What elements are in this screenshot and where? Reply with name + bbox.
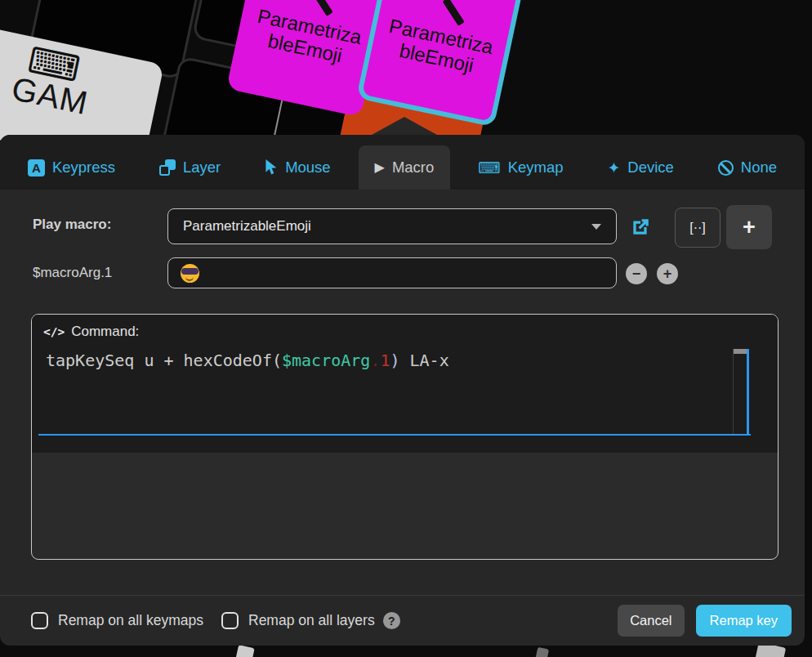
macro-arguments-button[interactable]: [··] [675,208,721,248]
remap-all-keymaps-checkbox[interactable] [31,612,48,629]
key-label: GAM [8,70,91,123]
tab-keymap[interactable]: ⌨ Keymap [462,145,579,190]
keyboard-icon: ⌨ [478,160,500,176]
cancel-button[interactable]: Cancel [618,605,684,637]
dialog-pointer [372,117,437,135]
tab-device[interactable]: ✦ Device [591,145,689,190]
keypress-icon: A [28,159,45,177]
macro-select-value: ParametrizableEmoji [183,218,311,235]
external-link-icon [630,217,653,238]
layers-icon [159,159,176,176]
key-label: Parametriza bleEmoji [382,16,495,80]
sunglasses-emoji [181,264,199,283]
macro-arg-input[interactable] [167,257,617,288]
tab-keypress[interactable]: A Keypress [11,145,132,190]
key-label: Parametriza bleEmoji [251,6,364,70]
key-fragment [234,645,254,657]
tab-bar: A Keypress Layer Mouse ▶ Macro ⌨ Keymap … [0,135,805,190]
command-header: </> Command: [43,324,139,340]
remap-key-button[interactable]: Remap key [696,605,792,637]
chevron-down-icon [591,224,601,230]
macro-select[interactable]: ParametrizableEmoji [167,208,617,244]
tab-layer[interactable]: Layer [143,145,237,190]
mouse-cursor-icon [265,159,278,176]
tab-mouse[interactable]: Mouse [248,145,347,190]
open-macro-button[interactable] [630,216,653,239]
remap-dialog: A Keypress Layer Mouse ▶ Macro ⌨ Keymap … [0,135,805,646]
help-icon[interactable]: ? [383,612,400,629]
tab-macro[interactable]: ▶ Macro [359,145,451,190]
dialog-footer: Remap on all keymaps Remap on all layers… [0,595,805,646]
remove-arg-button[interactable]: − [626,263,647,284]
command-code-line[interactable]: tapKeySeq u + hexCodeOf($macroArg.1) LA-… [46,351,449,370]
remap-all-layers-label[interactable]: Remap on all layers [248,612,375,629]
play-icon: ▶ [375,161,385,174]
command-box: </> Command: tapKeySeq u + hexCodeOf($ma… [31,314,779,560]
tab-none[interactable]: None [702,145,793,190]
remap-all-layers-checkbox[interactable] [221,612,239,629]
editor-scrollbar[interactable] [733,349,749,436]
device-star-icon: ✦ [607,160,620,176]
key-fragment [534,647,549,657]
add-macro-button[interactable]: + [726,205,772,249]
macro-arg-label: $macroArg.1 [33,265,112,281]
remap-all-keymaps-label[interactable]: Remap on all keymaps [58,612,203,629]
code-icon: </> [43,325,65,338]
command-editor[interactable]: </> Command: tapKeySeq u + hexCodeOf($ma… [32,315,778,453]
editor-focus-underline [38,434,751,436]
add-arg-button[interactable]: + [657,263,678,284]
scrollbar-thumb[interactable] [734,349,747,354]
none-prohibition-icon [718,160,734,176]
play-macro-label: Play macro: [33,217,111,233]
